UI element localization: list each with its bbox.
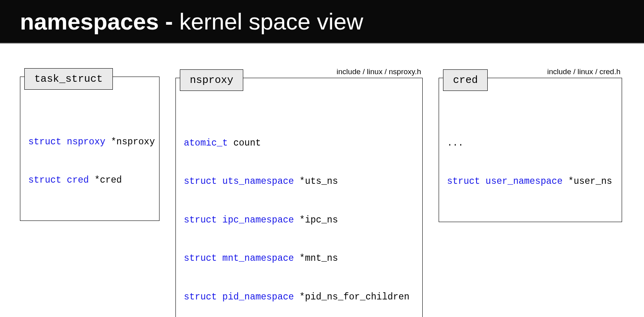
struct-task-line1: struct nsproxy *nsproxy xyxy=(28,136,151,148)
struct-task-line2: struct cred *cred xyxy=(28,174,151,187)
nsproxy-line1: atomic_t count xyxy=(184,137,414,150)
struct-cred-container: include / linux / cred.h cred ... struct… xyxy=(439,67,622,222)
struct-nsproxy-box: nsproxy atomic_t count struct uts_namesp… xyxy=(175,78,423,317)
cred-line2: struct user_namespace *user_ns xyxy=(447,175,614,188)
slide-title: namespaces - kernel space view xyxy=(0,0,644,43)
struct-cred-tab: cred xyxy=(443,69,488,91)
slide-content: task_struct struct nsproxy *nsproxy stru… xyxy=(0,43,644,317)
struct-cred-box: cred ... struct user_namespace *user_ns xyxy=(439,78,622,222)
struct-task-tab: task_struct xyxy=(24,68,113,90)
struct-task-box: task_struct struct nsproxy *nsproxy stru… xyxy=(20,77,160,221)
struct-task-container: task_struct struct nsproxy *nsproxy stru… xyxy=(20,67,160,221)
title-bold: namespaces - xyxy=(20,8,173,34)
title-normal: kernel space view xyxy=(173,8,363,34)
nsproxy-line3: struct ipc_namespace *ipc_ns xyxy=(184,214,414,226)
struct-nsproxy-tab: nsproxy xyxy=(180,69,243,91)
nsproxy-line2: struct uts_namespace *uts_ns xyxy=(184,175,414,188)
nsproxy-line5: struct pid_namespace *pid_ns_for_childre… xyxy=(184,291,414,303)
struct-nsproxy-container: include / linux / nsproxy.h nsproxy atom… xyxy=(175,67,423,317)
nsproxy-line4: struct mnt_namespace *mnt_ns xyxy=(184,252,414,265)
cred-line1: ... xyxy=(447,137,614,150)
